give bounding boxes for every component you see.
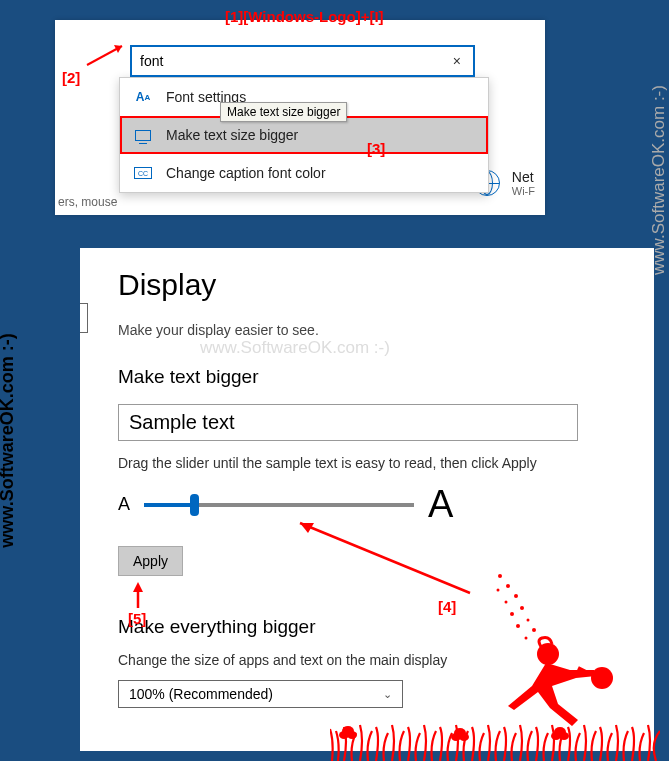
svg-marker-5: [133, 582, 143, 592]
section-make-everything-bigger: Make everything bigger: [118, 616, 624, 638]
left-edge-fragment: [80, 303, 88, 333]
scale-value: 100% (Recommended): [129, 686, 273, 702]
result-label: Change caption font color: [166, 165, 326, 181]
result-caption-font-color[interactable]: CC Change caption font color: [120, 154, 488, 192]
devices-fragment: ers, mouse: [58, 195, 117, 209]
arrow-2: [82, 40, 132, 70]
search-results-dropdown: AA Font settings Make text size bigger C…: [119, 77, 489, 193]
wifi-label: Wi-F: [512, 185, 535, 197]
annotation-4: [4]: [438, 598, 456, 615]
a-small-label: A: [118, 494, 130, 515]
apply-button[interactable]: Apply: [118, 546, 183, 576]
result-label: Make text size bigger: [166, 127, 298, 143]
watermark-right: www.SoftwareOK.com :-): [649, 85, 669, 275]
monitor-icon: [134, 126, 152, 144]
font-icon: AA: [134, 88, 152, 106]
slider-track: [196, 503, 414, 507]
settings-search-box[interactable]: ×: [130, 45, 475, 77]
section-make-text-bigger: Make text bigger: [118, 366, 624, 388]
display-settings-panel: Display Make your display easier to see.…: [80, 248, 654, 751]
slider-thumb[interactable]: [190, 494, 199, 516]
network-label: Net: [512, 169, 535, 185]
chevron-down-icon: ⌄: [383, 688, 392, 701]
cc-icon: CC: [134, 164, 152, 182]
svg-line-2: [300, 523, 470, 593]
annotation-2: [2]: [62, 69, 80, 86]
tooltip: Make text size bigger: [220, 102, 347, 122]
clear-icon[interactable]: ×: [449, 53, 465, 69]
search-input[interactable]: [140, 53, 449, 69]
scale-description: Change the size of apps and text on the …: [118, 652, 624, 668]
sample-text-box: Sample text: [118, 404, 578, 441]
slider-fill: [144, 503, 196, 507]
arrow-4: [290, 515, 480, 600]
page-title: Display: [118, 268, 624, 302]
slider-description: Drag the slider until the sample text is…: [118, 455, 624, 471]
watermark-left: www.SoftwareOK.com :-): [0, 333, 18, 547]
arrow-5: [126, 580, 150, 612]
page-subtitle: Make your display easier to see.: [118, 322, 624, 338]
annotation-3: [3]: [367, 140, 385, 157]
annotation-5: [5]: [128, 610, 146, 627]
display-scale-select[interactable]: 100% (Recommended) ⌄: [118, 680, 403, 708]
annotation-1: [1][Windows-Logo]+[I]: [225, 8, 384, 25]
text-size-slider[interactable]: [144, 503, 414, 507]
